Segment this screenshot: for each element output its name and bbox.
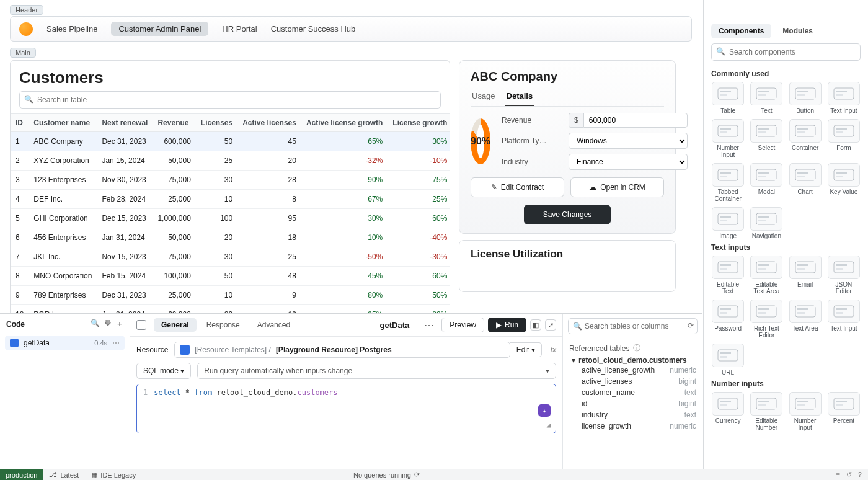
palette-item-number-input[interactable]: Number Input [711, 119, 745, 158]
table-row[interactable]: 2XYZ CorporationJan 15, 202450,0002520-3… [11, 151, 450, 171]
ai-button[interactable]: ✦ [538, 404, 551, 417]
open-crm-button[interactable]: ☁Open in CRM [570, 177, 664, 197]
col-licenses[interactable]: Licenses [196, 114, 237, 132]
nav-item-customer-success-hub[interactable]: Customer Success Hub [271, 24, 356, 33]
palette-item-text-area[interactable]: Text Area [789, 300, 822, 339]
palette-item-container[interactable]: Container [789, 119, 822, 158]
palette-item-editable-text-area[interactable]: Editable Text Area [750, 256, 783, 295]
run-button[interactable]: ▶Run [488, 318, 526, 332]
palette-item-email[interactable]: Email [789, 256, 822, 295]
col-next-renewal[interactable]: Next renewal [97, 114, 153, 132]
table-row[interactable]: 4DEF Inc.Feb 28, 202425,00010867%25%Fina… [11, 190, 450, 209]
schema-column[interactable]: industrytext [582, 409, 696, 420]
info-icon[interactable]: ⓘ [633, 343, 640, 353]
nav-item-sales-pipeline[interactable]: Sales Pipeline [46, 24, 97, 33]
filter-icon[interactable]: ⟱ [105, 319, 111, 329]
col-active-licenses[interactable]: Active licenses [237, 114, 301, 132]
help-icon[interactable]: ? [858, 471, 862, 479]
code-tab-response[interactable]: Response [199, 318, 247, 332]
code-tab-general[interactable]: General [154, 318, 197, 332]
palette-item-text-input[interactable]: Text Input [827, 82, 861, 114]
schema-column[interactable]: license_growthnumeric [582, 420, 696, 432]
col-customer-name[interactable]: Customer name [29, 114, 97, 132]
palette-item-editable-number[interactable]: Editable Number [750, 392, 783, 431]
palette-tab-components[interactable]: Components [711, 24, 771, 38]
refresh-icon[interactable]: ⟳ [414, 471, 420, 479]
more-icon[interactable]: ⋯ [420, 319, 438, 331]
table-row[interactable]: 8MNO CorporationFeb 15, 2024100,00050484… [11, 267, 450, 286]
table-row[interactable]: 3123 EnterprisesNov 30, 202375,000302890… [11, 171, 450, 190]
palette-item-rich-text-editor[interactable]: Rich Text Editor [750, 300, 783, 339]
env-badge[interactable]: production [0, 469, 43, 480]
sql-mode-select[interactable]: SQL mode ▾ [136, 363, 191, 379]
industry-select[interactable]: Finance [569, 154, 688, 170]
palette-item-percent[interactable]: Percent [827, 392, 861, 431]
col-revenue[interactable]: Revenue [153, 114, 195, 132]
col-id[interactable]: ID [11, 114, 29, 132]
palette-item-tabbed-container[interactable]: Tabbed Container [711, 163, 745, 202]
palette-item-text-input[interactable]: Text Input [827, 300, 861, 339]
tab-usage[interactable]: Usage [471, 89, 497, 106]
platform-select[interactable]: Windows [569, 133, 688, 149]
fx-icon[interactable]: fx [551, 345, 556, 354]
save-changes-button[interactable]: Save Changes [524, 205, 611, 224]
add-icon[interactable]: ＋ [116, 319, 123, 329]
palette-item-json-editor[interactable]: JSON Editor [827, 256, 861, 295]
code-tab-advanced[interactable]: Advanced [250, 318, 298, 332]
sidebar-item-getdata[interactable]: getData 0.4s ⋯ [5, 336, 125, 350]
table-row[interactable]: 9789 EnterprisesDec 31, 202325,00010980%… [11, 286, 450, 305]
palette-item-form[interactable]: Form [827, 119, 861, 158]
table-row[interactable]: 1ABC CompanyDec 31, 2023600,000504565%30… [11, 132, 450, 151]
palette-item-key-value[interactable]: Key Value [827, 163, 861, 202]
layout-icon[interactable]: ◧ [530, 319, 541, 331]
history-icon[interactable]: ↺ [846, 471, 852, 479]
palette-item-select[interactable]: Select [750, 119, 783, 158]
chevron-down-icon: ▾ [572, 356, 575, 365]
palette-item-editable-text[interactable]: Editable Text [711, 256, 745, 295]
col-license-growth[interactable]: License growth [388, 114, 450, 132]
resize-icon[interactable]: ◢ [546, 421, 551, 429]
schema-column[interactable]: customer_nametext [582, 387, 696, 398]
table-node[interactable]: ▾ retool_cloud_demo.customers [569, 356, 696, 365]
schema-column[interactable]: active_licensesbigint [582, 376, 696, 387]
palette-item-password[interactable]: Password [711, 300, 745, 339]
latest-button[interactable]: ⎇Latest [43, 471, 85, 479]
palette-item-url[interactable]: URL [711, 344, 745, 376]
search-icon[interactable]: 🔍 [91, 319, 100, 329]
resource-edit-dropdown[interactable]: Edit ▾ [510, 342, 542, 357]
table-row[interactable]: 5GHI CorporationDec 15, 20231,000,000100… [11, 209, 450, 228]
edit-contract-button[interactable]: ✎Edit Contract [471, 177, 564, 197]
db-icon[interactable]: ≡ [836, 471, 839, 479]
panel-toggle[interactable] [136, 320, 146, 330]
table-row[interactable]: 6456 EnterprisesJan 31, 202450,000201810… [11, 228, 450, 247]
palette-item-image[interactable]: Image [711, 207, 745, 239]
palette-item-chart[interactable]: Chart [789, 163, 822, 202]
table-row[interactable]: 7JKL Inc.Nov 15, 202375,0003025-50%-30%F… [11, 247, 450, 267]
schema-search-input[interactable] [568, 318, 698, 334]
palette-tab-modules[interactable]: Modules [775, 24, 820, 38]
nav-item-hr-portal[interactable]: HR Portal [222, 24, 257, 33]
sql-editor[interactable]: 1 select * from retool_cloud_demo.custom… [136, 384, 556, 433]
schema-column[interactable]: active_license_growthnumeric [582, 365, 696, 376]
palette-item-navigation[interactable]: Navigation [750, 207, 783, 239]
palette-item-text[interactable]: Text [750, 82, 783, 114]
nav-item-customer-admin-panel[interactable]: Customer Admin Panel [111, 22, 208, 36]
palette-item-currency[interactable]: Currency [711, 392, 745, 431]
revenue-input[interactable] [583, 113, 688, 128]
customers-search-input[interactable] [19, 91, 441, 109]
auto-run-select[interactable]: Run query automatically when inputs chan… [197, 363, 556, 379]
palette-item-modal[interactable]: Modal [750, 163, 783, 202]
col-active-license-growth[interactable]: Active license growth [301, 114, 388, 132]
palette-item-table[interactable]: Table [711, 82, 745, 114]
palette-search-input[interactable] [711, 43, 861, 61]
palette-item-button[interactable]: Button [789, 82, 822, 114]
schema-column[interactable]: idbigint [582, 398, 696, 409]
expand-icon[interactable]: ⤢ [545, 319, 556, 331]
resource-select[interactable]: [Resource Templates] / [Playground Resou… [174, 342, 510, 358]
refresh-icon[interactable]: ⟳ [688, 321, 694, 330]
preview-button[interactable]: Preview [441, 318, 484, 332]
tab-details[interactable]: Details [505, 89, 534, 106]
ide-legacy-button[interactable]: ▦IDE Legacy [85, 471, 142, 479]
kebab-icon[interactable]: ⋯ [112, 339, 120, 347]
palette-item-number-input[interactable]: Number Input [789, 392, 822, 431]
